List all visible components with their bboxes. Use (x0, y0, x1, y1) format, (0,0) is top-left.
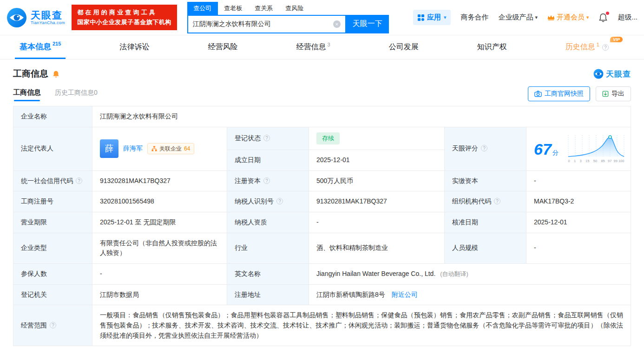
vip-badge: VIP (610, 37, 623, 42)
crown-icon (547, 14, 555, 21)
legal-rep-avatar[interactable]: 薛 (100, 139, 118, 158)
grid-icon (418, 14, 424, 21)
promo-line1: 都在用的商业查询工具 (77, 8, 171, 17)
search-tab-boss[interactable]: 查老板 (218, 2, 249, 15)
monitor-bell-icon[interactable] (52, 70, 60, 78)
chevron-down-icon: ▾ (535, 14, 538, 20)
score-curve-chart: 0 1 3 15 50 85 97 99 100 (566, 134, 626, 164)
tab-basic-info[interactable]: 基本信息 215 (15, 35, 66, 59)
search-tab-company[interactable]: 查公司 (187, 2, 218, 15)
promo-banner: 都在用的商业查询工具 国家中小企业发展子基金旗下机构 (72, 5, 177, 30)
score-label: 天眼评分 (445, 127, 526, 170)
row-company-name: 企业名称 江阴海澜之水饮料有限公司 (13, 106, 631, 127)
score-axis-labels: 0 1 3 15 50 85 97 99 100 (568, 158, 624, 164)
help-icon[interactable] (50, 322, 56, 328)
paid-capital-label: 实缴资本 (445, 170, 526, 191)
search-tab-risk[interactable]: 查风险 (279, 2, 310, 15)
paid-capital-value: - (526, 170, 631, 191)
search-box: × (187, 15, 346, 33)
notifications-button[interactable] (598, 13, 608, 23)
tab-intellectual-property[interactable]: 知识产权 (473, 35, 512, 59)
related-companies-label: 关联企业 (159, 144, 182, 153)
company-nav-tabs: 基本信息 215 法律诉讼 经营风险 经营信息 3 公司发展 知识产权 历史信息… (0, 35, 644, 59)
address-value: 江阴市新桥镇陶新路8号 附近公司 (309, 284, 631, 305)
subtabs-row: 工商信息 历史工商信息0 工商官网快照 导出 (0, 82, 644, 106)
apps-menu-button[interactable]: 应用 ▾ (413, 10, 451, 25)
taxpayer-id-label: 纳税人识别号 (227, 191, 309, 212)
row-credit-code: 统一社会信用代码 91320281MAK17BQ327 注册资本 500万人民币… (13, 170, 631, 191)
notification-dot (606, 12, 609, 15)
top-header: 天眼查 TianYanCha.com 都在用的商业查询工具 国家中小企业发展子基… (0, 0, 644, 35)
search-button[interactable]: 天眼一下 (346, 15, 389, 33)
help-icon[interactable] (481, 145, 487, 151)
search-tab-relation[interactable]: 查关系 (249, 2, 279, 15)
related-companies-badge[interactable]: 关联企业 64 (147, 143, 194, 154)
menu-enterprise-product[interactable]: 企业级产品 ▾ (498, 13, 538, 22)
row-business-scope: 经营范围 一般项目：食品销售（仅销售预包装食品）；食品用塑料包装容器工具制品销售… (13, 305, 631, 346)
subtab-history-business-info[interactable]: 历史工商信息0 (55, 89, 98, 101)
reg-status-value: 存续 (309, 127, 445, 150)
row-registry: 登记机关 江阴市数据局 注册地址 江阴市新桥镇陶新路8号 附近公司 (13, 284, 631, 305)
row-business-term: 营业期限 2025-12-01 至 无固定期限 纳税人资质 - 核准日期 202… (13, 212, 631, 233)
tianyancha-eye-icon (7, 7, 27, 28)
brand-domain: TianYanCha.com (31, 20, 65, 25)
menu-open-vip[interactable]: 开通会员 ▾ (547, 13, 589, 22)
chevron-down-icon: ▾ (444, 14, 447, 20)
company-name-label: 企业名称 (13, 106, 92, 127)
tab-legal-proceedings[interactable]: 法律诉讼 (115, 35, 154, 59)
help-icon[interactable] (263, 135, 270, 141)
reg-capital-label: 注册资本 (227, 170, 309, 191)
legal-rep-label: 法定代表人 (13, 127, 92, 170)
business-scope-label: 经营范围 (13, 305, 92, 346)
business-term-label: 营业期限 (13, 212, 92, 233)
tianyancha-logo[interactable]: 天眼查 TianYanCha.com (7, 7, 65, 28)
industry-label: 行业 (227, 233, 309, 263)
menu-super-vip[interactable]: 超级... (618, 13, 637, 22)
export-icon (602, 91, 609, 97)
tab-history-count: 1 (597, 42, 599, 47)
company-type-value: 有限责任公司（非自然人投资或控股的法人独资） (92, 233, 227, 263)
credit-code-value: 91320281MAK17BQ327 (92, 170, 227, 191)
reg-number-label: 工商注册号 (13, 191, 92, 212)
search-area: 查公司 查老板 查关系 查风险 × 天眼一下 (187, 2, 389, 33)
search-input[interactable] (193, 20, 333, 28)
menu-business-cooperation[interactable]: 商务合作 (460, 13, 488, 22)
help-icon[interactable] (494, 198, 500, 204)
clear-search-icon[interactable]: × (333, 20, 341, 28)
page: 天眼查 TianYanCha.com 都在用的商业查询工具 国家中小企业发展子基… (0, 0, 644, 346)
top-menu: 应用 ▾ 商务合作 企业级产品 ▾ 开通会员 ▾ (413, 10, 637, 25)
subtab-business-info[interactable]: 工商信息 (13, 88, 41, 101)
tab-operation-count: 3 (328, 42, 330, 47)
official-snapshot-button[interactable]: 工商官网快照 (528, 86, 590, 101)
tab-company-development[interactable]: 公司发展 (384, 35, 423, 59)
row-reg-number: 工商注册号 320281001565498 纳税人识别号 91320281MAK… (13, 191, 631, 212)
credit-code-label: 统一社会信用代码 (13, 170, 92, 191)
org-code-value: MAK17BQ3-2 (526, 191, 631, 212)
tab-history-info[interactable]: 历史信息 1 VIP (561, 35, 613, 59)
reg-capital-value: 500万人民币 (309, 170, 445, 191)
business-info-table: 企业名称 江阴海澜之水饮料有限公司 法定代表人 薛 薛海军 (13, 106, 631, 346)
help-icon[interactable] (76, 177, 82, 184)
score-value: 67 (534, 140, 552, 158)
help-icon[interactable] (263, 177, 270, 184)
help-icon[interactable] (602, 44, 609, 51)
industry-value: 酒、饮料和精制茶制造业 (309, 233, 445, 263)
legal-rep-name-link[interactable]: 薛海军 (123, 144, 143, 154)
legal-rep-value: 薛 薛海军 关联企业 64 (92, 127, 227, 170)
address-label: 注册地址 (227, 284, 309, 305)
english-name-label: 英文名称 (227, 263, 309, 284)
tab-operating-info[interactable]: 经营信息 3 (292, 35, 335, 59)
org-code-label: 组织机构代码 (445, 191, 526, 212)
help-icon[interactable] (276, 198, 283, 204)
section-title: 工商信息 (13, 68, 48, 80)
related-companies-count: 64 (184, 144, 190, 153)
watermark-text: 天眼查 (606, 69, 631, 79)
tab-basic-count: 215 (53, 41, 61, 46)
nearby-companies-link[interactable]: 附近公司 (392, 291, 418, 298)
tab-operating-risk[interactable]: 经营风险 (203, 35, 242, 59)
tianyancha-eye-icon (593, 69, 604, 79)
brand-name: 天眼查 (31, 10, 65, 20)
camera-icon (534, 91, 542, 97)
approval-date-value: 2025-12-01 (526, 212, 631, 233)
export-button[interactable]: 导出 (596, 86, 631, 101)
